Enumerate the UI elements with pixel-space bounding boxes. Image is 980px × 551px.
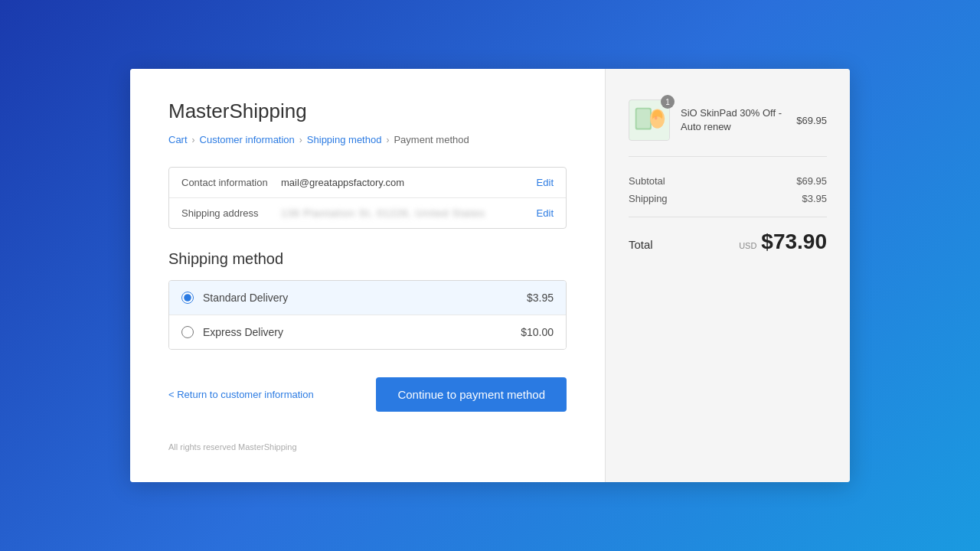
shipping-method-title: Shipping method	[168, 250, 567, 268]
contact-value: mail@greatappsfactory.com	[281, 177, 537, 188]
breadcrumb-payment-method: Payment method	[394, 134, 469, 145]
product-row: 1 SiO SkinPad 30% Off - Auto renew $69.9…	[629, 99, 827, 157]
shipping-summary-label: Shipping	[629, 193, 668, 204]
breadcrumb: Cart › Customer information › Shipping m…	[168, 134, 567, 145]
return-link[interactable]: < Return to customer information	[168, 389, 314, 400]
breadcrumb-sep-2: ›	[299, 135, 302, 145]
svg-point-6	[655, 116, 658, 120]
left-panel: MasterShipping Cart › Customer informati…	[130, 69, 605, 482]
brand-title: MasterShipping	[168, 99, 567, 123]
standard-delivery-radio[interactable]	[181, 292, 194, 304]
checkout-container: MasterShipping Cart › Customer informati…	[130, 69, 850, 482]
express-delivery-label: Express Delivery	[203, 326, 521, 338]
shipping-summary-value: $3.95	[802, 193, 827, 204]
standard-delivery-option[interactable]: Standard Delivery $3.95	[169, 281, 566, 315]
subtotal-label: Subtotal	[629, 175, 665, 187]
total-amount: USD $73.90	[739, 230, 827, 254]
breadcrumb-cart[interactable]: Cart	[168, 134, 188, 145]
shipping-address-row: Shipping address 138 Plantation St, 0122…	[169, 198, 566, 228]
continue-button[interactable]: Continue to payment method	[376, 377, 567, 412]
contact-label: Contact information	[181, 177, 281, 188]
shipping-address-label: Shipping address	[181, 207, 281, 219]
breadcrumb-shipping-method[interactable]: Shipping method	[307, 134, 382, 145]
total-row: Total USD $73.90	[629, 217, 827, 254]
svg-rect-2	[637, 109, 650, 129]
shipping-address-value: 138 Plantation St, 01226, United States	[281, 207, 537, 219]
subtotal-value: $69.95	[796, 175, 827, 187]
express-delivery-option[interactable]: Express Delivery $10.00	[169, 315, 566, 349]
product-price: $69.95	[796, 115, 827, 126]
total-currency: USD	[739, 241, 756, 250]
right-panel: 1 SiO SkinPad 30% Off - Auto renew $69.9…	[605, 69, 850, 482]
total-label: Total	[629, 238, 653, 251]
shipping-address-edit-link[interactable]: Edit	[537, 207, 554, 219]
total-value: $73.90	[761, 230, 827, 254]
subtotal-row: Subtotal $69.95	[629, 175, 827, 187]
info-box: Contact information mail@greatappsfactor…	[168, 167, 567, 229]
product-name: SiO SkinPad 30% Off - Auto renew	[681, 106, 786, 134]
shipping-summary-row: Shipping $3.95	[629, 193, 827, 204]
standard-delivery-label: Standard Delivery	[203, 292, 527, 304]
contact-row: Contact information mail@greatappsfactor…	[169, 168, 566, 198]
standard-delivery-price: $3.95	[527, 292, 554, 304]
shipping-options: Standard Delivery $3.95 Express Delivery…	[168, 280, 567, 350]
express-delivery-radio[interactable]	[181, 326, 194, 338]
breadcrumb-sep-3: ›	[386, 135, 389, 145]
action-row: < Return to customer information Continu…	[168, 377, 567, 412]
svg-point-5	[652, 116, 663, 128]
contact-edit-link[interactable]: Edit	[537, 177, 554, 188]
breadcrumb-sep-1: ›	[192, 135, 195, 145]
footer-text: All rights reserved MasterShipping	[168, 412, 567, 452]
express-delivery-price: $10.00	[521, 326, 554, 338]
product-image-wrap: 1	[629, 99, 670, 141]
breadcrumb-customer-info[interactable]: Customer information	[200, 134, 295, 145]
product-quantity-badge: 1	[661, 95, 675, 109]
